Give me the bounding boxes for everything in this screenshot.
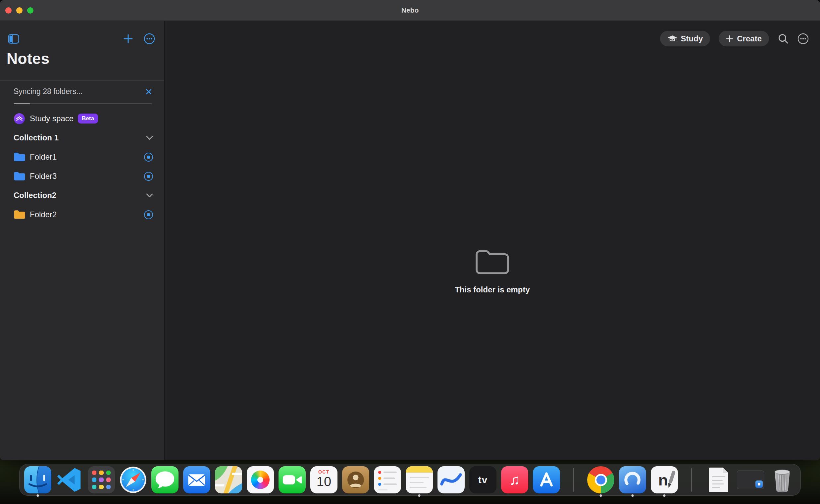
- trash-icon: [771, 468, 793, 493]
- dock-item-photos[interactable]: [247, 466, 274, 493]
- sync-status-text: Syncing 28 folders...: [14, 87, 82, 96]
- dock-item-freeform[interactable]: [437, 466, 465, 493]
- dock-item-maps[interactable]: [215, 466, 242, 493]
- minimize-window-button[interactable]: [16, 7, 23, 14]
- chrome-center: [595, 474, 607, 486]
- study-space-icon: [14, 113, 25, 125]
- dock-item-trash[interactable]: [769, 466, 796, 493]
- create-button-label: Create: [737, 34, 762, 43]
- dock-item-safari[interactable]: [120, 466, 147, 493]
- cancel-sync-button[interactable]: [145, 88, 152, 95]
- dock-item-notes[interactable]: [406, 466, 433, 493]
- dock: OCT 10: [19, 464, 801, 496]
- zoom-window-button[interactable]: [27, 7, 33, 14]
- thumbnail-app-badge: [755, 480, 763, 488]
- dock-item-chrome[interactable]: [587, 466, 614, 493]
- empty-state: This folder is empty: [455, 249, 530, 294]
- music-note-glyph: ♫: [509, 473, 520, 487]
- search-icon[interactable]: [778, 33, 789, 44]
- dock-item-contacts[interactable]: [342, 466, 369, 493]
- dock-item-finder[interactable]: [24, 466, 51, 493]
- study-button[interactable]: Study: [660, 31, 710, 46]
- minimized-window-thumbnail: [737, 471, 764, 489]
- sidebar-section-collection-1[interactable]: Collection 1: [0, 128, 164, 147]
- dock-item-facetime[interactable]: [279, 466, 306, 493]
- dock-item-music[interactable]: ♫: [501, 466, 528, 493]
- chevron-down-icon[interactable]: [146, 193, 153, 198]
- running-indicator: [663, 494, 666, 497]
- section-label: Collection2: [14, 191, 56, 200]
- folder-sync-progress-icon[interactable]: [144, 172, 153, 181]
- running-indicator: [418, 494, 421, 497]
- notes-yellow-band: [406, 466, 433, 473]
- beta-badge: Beta: [78, 114, 98, 124]
- create-button[interactable]: Create: [719, 31, 769, 46]
- launchpad-grid: [92, 471, 111, 489]
- folder-label: Folder3: [30, 172, 57, 181]
- calendar-month: OCT: [318, 469, 330, 475]
- chevron-down-icon[interactable]: [146, 136, 153, 140]
- sync-progress-fill: [14, 103, 30, 104]
- sidebar: Notes Syncing 28 folders...: [0, 21, 165, 460]
- apple-tv-label: tv: [478, 474, 488, 485]
- running-indicator: [37, 494, 39, 497]
- pen-icon: [651, 466, 678, 493]
- dock-separator: [691, 468, 692, 492]
- dock-item-calendar[interactable]: OCT 10: [310, 466, 337, 493]
- empty-message: This folder is empty: [455, 285, 530, 294]
- calendar-day: 10: [317, 475, 332, 488]
- window-title: Nebo: [0, 6, 820, 14]
- nebo-window: Nebo: [0, 0, 820, 460]
- main-more-icon[interactable]: [797, 33, 809, 44]
- section-label: Collection 1: [14, 133, 59, 142]
- close-window-button[interactable]: [5, 7, 12, 14]
- folder-sync-progress-icon[interactable]: [144, 153, 153, 162]
- contacts-silhouette: [347, 472, 364, 488]
- dock-item-app-store[interactable]: [533, 466, 560, 493]
- sidebar-toggle-icon[interactable]: [8, 34, 19, 44]
- sidebar-item-folder3[interactable]: Folder3: [0, 167, 164, 186]
- add-icon[interactable]: [123, 34, 133, 44]
- sidebar-more-icon[interactable]: [144, 33, 155, 44]
- graduation-cap-icon: [667, 35, 677, 42]
- photos-pinwheel: [251, 471, 270, 489]
- document-page: [709, 468, 728, 492]
- dock-item-document-file[interactable]: [705, 466, 732, 493]
- dock-item-mail[interactable]: [183, 466, 210, 493]
- dock-item-window-thumbnail[interactable]: [737, 466, 764, 493]
- dock-item-blue-app[interactable]: [619, 466, 646, 493]
- sync-panel: Syncing 28 folders...: [0, 80, 164, 109]
- folder-icon: [14, 152, 26, 162]
- dock-item-vscode[interactable]: [56, 466, 83, 493]
- sidebar-section-collection-2[interactable]: Collection2: [0, 186, 164, 205]
- sidebar-item-folder2[interactable]: Folder2: [0, 205, 164, 224]
- window-titlebar[interactable]: Nebo: [0, 0, 820, 21]
- empty-folder-icon: [475, 249, 510, 276]
- study-button-label: Study: [681, 34, 703, 43]
- running-indicator: [632, 494, 634, 497]
- sync-progress-bar: [14, 103, 152, 104]
- dock-item-messages[interactable]: [151, 466, 179, 493]
- study-space-label: Study space: [30, 114, 74, 123]
- sidebar-item-folder1[interactable]: Folder1: [0, 147, 164, 167]
- plus-icon: [726, 35, 733, 42]
- main-content: Study Create: [165, 21, 820, 460]
- folder-sync-progress-icon[interactable]: [144, 210, 153, 219]
- main-toolbar: Study Create: [660, 31, 809, 46]
- dock-item-launchpad[interactable]: [88, 466, 115, 493]
- dock-item-apple-tv[interactable]: tv: [469, 466, 496, 493]
- dock-item-nebo[interactable]: n: [651, 466, 678, 493]
- folder-label: Folder2: [30, 210, 57, 219]
- sidebar-title: Notes: [7, 50, 164, 68]
- sidebar-item-study-space[interactable]: Study space Beta: [0, 109, 164, 128]
- dock-separator: [573, 468, 574, 492]
- running-indicator: [600, 494, 602, 497]
- traffic-lights: [0, 7, 33, 14]
- folder-icon: [14, 171, 26, 181]
- folder-label: Folder1: [30, 152, 57, 162]
- dock-item-reminders[interactable]: [374, 466, 401, 493]
- folder-icon: [14, 210, 26, 220]
